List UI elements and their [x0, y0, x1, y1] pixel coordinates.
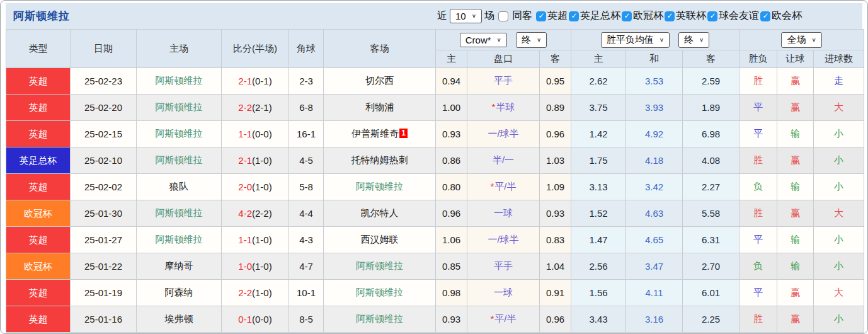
red-card-badge: 1: [399, 129, 408, 138]
checkbox-icon[interactable]: [622, 11, 632, 21]
avg-period-select[interactable]: 终 ∨: [678, 32, 709, 48]
avg-odds-draw: 4.65: [626, 227, 683, 253]
away-team-cell[interactable]: 利物浦: [324, 95, 436, 121]
handicap-line-cell: 一球: [467, 280, 540, 306]
result-goals-line: 小: [814, 306, 864, 333]
sub-header-handicap: 盘口: [467, 50, 540, 68]
away-team-name[interactable]: 阿斯顿维拉: [356, 260, 403, 271]
match-date: 25-01-16: [71, 306, 137, 333]
odds-group-header: Crow* ∨ 终 ∨: [436, 30, 571, 50]
match-date: 25-01-22: [71, 253, 137, 280]
sub-header-goals: 进球数: [814, 50, 864, 68]
checkbox-icon[interactable]: [760, 11, 770, 21]
competition-filter[interactable]: 球会友谊: [706, 9, 759, 23]
away-team-name[interactable]: 阿斯顿维拉: [356, 313, 403, 324]
away-team-name[interactable]: 凯尔特人: [361, 207, 399, 218]
away-team-cell[interactable]: 切尔西: [324, 68, 436, 95]
avg-odds-home: 1.47: [571, 227, 626, 253]
avg-odds-away: 2.70: [683, 253, 740, 280]
away-team-name[interactable]: 伊普斯维奇: [351, 128, 399, 139]
competition-filter[interactable]: 欧冠杯: [620, 9, 663, 23]
home-team-name[interactable]: 阿斯顿维拉: [156, 154, 203, 165]
star-marker: *: [492, 101, 496, 112]
checkbox-icon[interactable]: [665, 11, 675, 21]
home-team-cell[interactable]: 狼队: [137, 174, 222, 200]
half-time-score: (0-1): [252, 76, 272, 86]
handicap-line: 一/球半: [488, 128, 518, 139]
away-team-name[interactable]: 托特纳姆热刺: [351, 154, 408, 165]
bookmaker-select[interactable]: Crow* ∨: [460, 33, 507, 47]
result-win-draw-loss: 平: [740, 95, 777, 121]
checkbox-icon[interactable]: [569, 11, 579, 21]
odds-period-value: 终: [522, 34, 531, 46]
home-team-cell[interactable]: 阿斯顿维拉: [137, 68, 222, 95]
home-team-cell[interactable]: 阿斯顿维拉: [137, 121, 222, 147]
home-team-name[interactable]: 阿斯顿维拉: [156, 207, 203, 218]
handicap-odds-home: 0.86: [436, 147, 467, 174]
away-team-name[interactable]: 西汉姆联: [361, 234, 399, 245]
full-time-score: 2-1: [238, 155, 252, 166]
home-team-name[interactable]: 阿森纳: [165, 287, 193, 297]
home-team-name[interactable]: 阿斯顿维拉: [156, 101, 203, 112]
avg-type-select[interactable]: 胜平负均值 ∨: [601, 32, 670, 48]
home-team-name[interactable]: 埃弗顿: [165, 313, 193, 324]
competition-filter[interactable]: 欧会杯: [759, 9, 802, 23]
away-team-cell[interactable]: 阿斯顿维拉: [324, 174, 436, 200]
away-team-cell[interactable]: 阿斯顿维拉: [324, 253, 436, 280]
checkbox-icon[interactable]: [707, 11, 717, 21]
competition-filter[interactable]: 英足总杯: [568, 9, 620, 23]
handicap-odds-home: 1.00: [436, 95, 467, 121]
sub-header-odds-away: 客: [540, 50, 571, 68]
handicap-odds-away: 1.09: [540, 174, 571, 200]
home-team-name[interactable]: 阿斯顿维拉: [156, 128, 203, 139]
score-cell: 1-1(1-0): [222, 227, 289, 253]
home-team-name[interactable]: 阿斯顿维拉: [156, 234, 203, 245]
competition-badge: 欧冠杯: [6, 200, 70, 226]
away-team-cell[interactable]: 伊普斯维奇1: [324, 121, 436, 147]
avg-odds-home: 1.56: [571, 280, 626, 306]
home-team-cell[interactable]: 阿斯顿维拉: [137, 200, 222, 227]
avg-odds-draw: 3.47: [626, 253, 683, 280]
away-team-cell[interactable]: 凯尔特人: [324, 200, 436, 227]
match-history-panel: 阿斯顿维拉 近 10 ∨ 场 同客 英超 英足总杯 欧冠杯 英联杯 球会友谊 欧…: [0, 0, 868, 334]
away-team-cell[interactable]: 阿斯顿维拉: [324, 306, 436, 333]
home-team-cell[interactable]: 阿斯顿维拉: [137, 227, 222, 253]
away-team-name[interactable]: 切尔西: [365, 75, 394, 86]
away-team-cell[interactable]: 阿斯顿维拉: [324, 280, 436, 306]
match-row: 英超 25-01-19 阿森纳 2-2(1-0) 10-1 阿斯顿维拉 0.98…: [6, 280, 864, 306]
competition-label: 英足总杯: [580, 9, 620, 23]
scope-select[interactable]: 全场 ∨: [781, 32, 821, 48]
home-team-cell[interactable]: 阿斯顿维拉: [137, 95, 222, 121]
result-goals-line: 大: [814, 280, 864, 306]
full-time-score: 2-2: [238, 287, 252, 298]
home-team-name[interactable]: 狼队: [169, 181, 188, 192]
handicap-odds-home: 0.94: [436, 68, 467, 95]
checkbox-icon[interactable]: [536, 11, 546, 21]
home-team-cell[interactable]: 阿森纳: [137, 280, 222, 306]
result-goals-line: 大: [814, 200, 864, 227]
filter-controls: 近 10 ∨ 场 同客 英超 英足总杯 欧冠杯 英联杯 球会友谊 欧会杯: [435, 9, 855, 23]
home-team-cell[interactable]: 埃弗顿: [137, 306, 222, 333]
away-team-name[interactable]: 利物浦: [365, 101, 394, 112]
odds-period-select[interactable]: 终 ∨: [516, 32, 547, 48]
chevron-down-icon: ∨: [472, 13, 476, 19]
handicap-odds-away: 0.93: [540, 200, 571, 227]
away-team-name[interactable]: 阿斯顿维拉: [356, 181, 403, 192]
home-team-name[interactable]: 摩纳哥: [165, 260, 193, 271]
away-team-name[interactable]: 阿斯顿维拉: [356, 287, 403, 297]
away-team-cell[interactable]: 西汉姆联: [324, 227, 436, 253]
result-win-draw-loss: 胜: [740, 147, 777, 174]
competition-filter[interactable]: 英联杯: [663, 9, 706, 23]
chevron-down-icon: ∨: [660, 37, 664, 42]
home-team-cell[interactable]: 阿斯顿维拉: [137, 147, 222, 174]
home-team-name[interactable]: 阿斯顿维拉: [156, 75, 203, 86]
team-title: 阿斯顿维拉: [13, 9, 70, 23]
match-row: 英超 25-02-23 阿斯顿维拉 2-1(0-1) 2-3 切尔西 0.94 …: [6, 68, 864, 95]
match-count-select[interactable]: 10 ∨: [450, 9, 482, 23]
competition-filter[interactable]: 英超: [535, 9, 568, 23]
away-team-cell[interactable]: 托特纳姆热刺: [324, 147, 436, 174]
home-team-cell[interactable]: 摩纳哥: [137, 253, 222, 280]
same-away-checkbox[interactable]: [498, 11, 508, 21]
corner-score: 2-3: [289, 68, 324, 95]
col-header-corner: 角球: [289, 30, 324, 68]
